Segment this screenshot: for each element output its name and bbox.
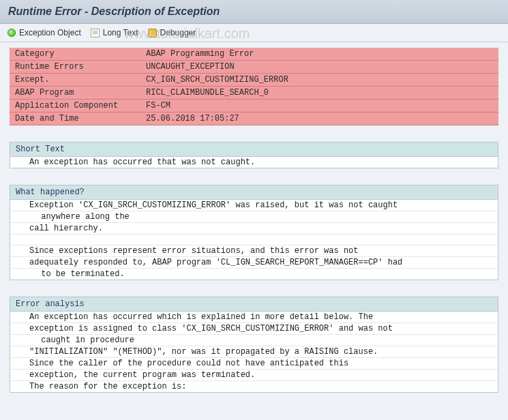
error-analysis-body: An exception has occurred which is expla… bbox=[10, 312, 498, 392]
row-runtime-errors: Runtime Errors UNCAUGHT_EXCEPTION bbox=[10, 61, 498, 74]
what-happened-section: What happened? Exception 'CX_IGN_SRCH_CU… bbox=[10, 185, 498, 280]
row-app-component: Application Component FS-CM bbox=[10, 100, 498, 112]
page-title: Runtime Error - Description of Exception bbox=[8, 5, 500, 18]
text-line: An exception has occurred which is expla… bbox=[10, 312, 498, 323]
long-text-button[interactable]: Long Text bbox=[91, 28, 138, 38]
exception-object-label: Exception Object bbox=[19, 28, 81, 38]
datetime-value: 25.06.2018 17:05:27 bbox=[140, 112, 498, 125]
category-value: ABAP Programming Error bbox=[140, 48, 498, 61]
text-line: caught in procedure bbox=[10, 335, 498, 346]
text-line: "INITIALIZATION" "(METHOD)", nor was it … bbox=[10, 346, 498, 358]
text-line: call hierarchy. bbox=[10, 223, 498, 235]
text-line: exception is assigned to class 'CX_IGN_S… bbox=[10, 323, 498, 335]
text-line: Since the caller of the procedure could … bbox=[10, 358, 498, 370]
debugger-icon bbox=[148, 28, 158, 38]
text-line: Exception 'CX_IGN_SRCH_CUSTOMIZING_ERROR… bbox=[10, 200, 498, 211]
empty-line bbox=[10, 235, 498, 245]
toolbar: Exception Object Long Text Debugger bbox=[0, 24, 508, 42]
appcomp-value: FS-CM bbox=[140, 100, 498, 112]
main-content: Category ABAP Programming Error Runtime … bbox=[0, 42, 508, 398]
debugger-label: Debugger bbox=[160, 28, 196, 38]
datetime-label: Date and Time bbox=[10, 112, 140, 125]
error-analysis-section: Error analysis An exception has occurred… bbox=[10, 297, 498, 393]
what-happened-title: What happened? bbox=[10, 185, 498, 200]
row-date-time: Date and Time 25.06.2018 17:05:27 bbox=[10, 112, 498, 125]
short-text-title: Short Text bbox=[10, 142, 498, 157]
runtime-value: UNCAUGHT_EXCEPTION bbox=[140, 61, 498, 74]
exception-object-button[interactable]: Exception Object bbox=[7, 28, 81, 38]
text-line: The reason for the exception is: bbox=[10, 381, 498, 392]
text-line: anywhere along the bbox=[10, 211, 498, 223]
debugger-button[interactable]: Debugger bbox=[148, 28, 196, 38]
document-icon bbox=[91, 28, 100, 38]
what-happened-body: Exception 'CX_IGN_SRCH_CUSTOMIZING_ERROR… bbox=[10, 200, 498, 280]
row-except: Except. CX_IGN_SRCH_CUSTOMIZING_ERROR bbox=[10, 74, 498, 87]
short-text-body: An exception has occurred that was not c… bbox=[10, 157, 498, 168]
long-text-label: Long Text bbox=[103, 28, 138, 38]
header: Runtime Error - Description of Exception bbox=[0, 0, 508, 24]
abap-value: RICL_CLAIMBUNDLE_SEARCH_0 bbox=[140, 87, 498, 100]
short-text-line: An exception has occurred that was not c… bbox=[10, 157, 498, 168]
text-line: adequately responded to, ABAP program 'C… bbox=[10, 257, 498, 269]
text-line: to be terminated. bbox=[10, 269, 498, 280]
runtime-label: Runtime Errors bbox=[10, 61, 140, 74]
text-line: exception, the current program was termi… bbox=[10, 370, 498, 381]
except-value: CX_IGN_SRCH_CUSTOMIZING_ERROR bbox=[140, 74, 498, 87]
category-label: Category bbox=[10, 48, 140, 61]
row-category: Category ABAP Programming Error bbox=[10, 48, 498, 61]
error-summary-table: Category ABAP Programming Error Runtime … bbox=[10, 48, 498, 125]
text-line: Since exceptions represent error situati… bbox=[10, 245, 498, 257]
appcomp-label: Application Component bbox=[10, 100, 140, 112]
except-label: Except. bbox=[10, 74, 140, 87]
green-circle-icon bbox=[7, 28, 16, 38]
abap-label: ABAP Program bbox=[10, 87, 140, 100]
row-abap-program: ABAP Program RICL_CLAIMBUNDLE_SEARCH_0 bbox=[10, 87, 498, 100]
error-analysis-title: Error analysis bbox=[10, 297, 498, 312]
short-text-section: Short Text An exception has occurred tha… bbox=[10, 142, 498, 168]
